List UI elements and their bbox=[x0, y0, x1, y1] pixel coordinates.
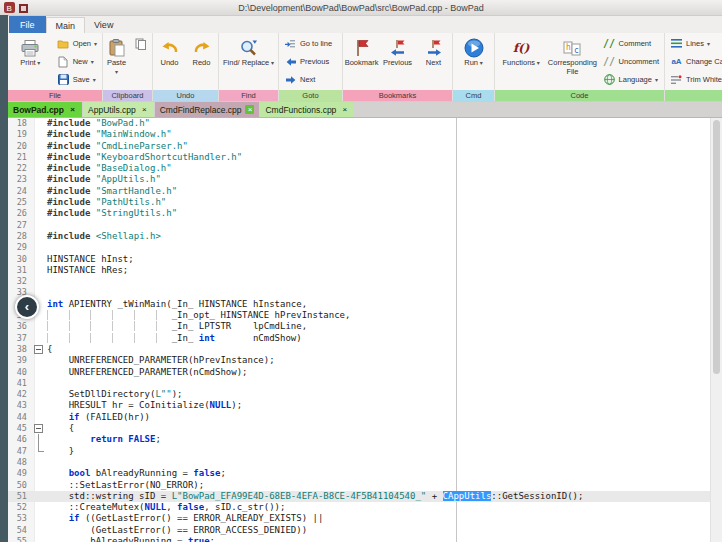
line-number[interactable]: 31 bbox=[8, 265, 31, 276]
code-line[interactable]: 26#include "StringUtils.h" bbox=[8, 208, 710, 219]
code-line[interactable]: 55 bAlreadyRunning = true; bbox=[8, 536, 710, 542]
line-number[interactable]: 20 bbox=[8, 141, 31, 152]
line-number[interactable]: 28 bbox=[8, 231, 31, 242]
code-line[interactable]: 23#include "AppUtils.h" bbox=[8, 174, 710, 185]
code-line[interactable]: 25#include "PathUtils.h" bbox=[8, 197, 710, 208]
line-number[interactable]: 41 bbox=[8, 378, 31, 389]
language-button[interactable]: Language▾ bbox=[599, 71, 663, 88]
line-number[interactable]: 27 bbox=[8, 220, 31, 231]
line-number[interactable]: 24 bbox=[8, 186, 31, 197]
line-number[interactable]: 49 bbox=[8, 468, 31, 479]
file-tab-cmdfunctions-cpp[interactable]: CmdFunctions.cpp× bbox=[260, 102, 354, 117]
line-number[interactable]: 46 bbox=[8, 434, 31, 445]
print-button[interactable]: Print ▾ bbox=[9, 34, 52, 90]
code-line[interactable]: 43 HRESULT hr = CoInitialize(NULL); bbox=[8, 400, 710, 411]
copy-button[interactable] bbox=[130, 35, 151, 52]
line-number[interactable]: 37 bbox=[8, 333, 31, 344]
open-button[interactable]: Open▾ bbox=[53, 35, 101, 52]
code-line[interactable]: 36 _In_ LPTSTR lpCmdLine, bbox=[8, 321, 710, 332]
fold-collapse-icon[interactable] bbox=[34, 424, 43, 433]
code-line[interactable]: 44 if (FAILED(hr)) bbox=[8, 412, 710, 423]
code-line[interactable]: 40 UNREFERENCED_PARAMETER(nCmdShow); bbox=[8, 367, 710, 378]
line-number[interactable]: 45 bbox=[8, 423, 31, 434]
scrollbar-thumb[interactable] bbox=[713, 120, 720, 374]
tab-view[interactable]: View bbox=[85, 17, 122, 33]
line-number[interactable]: 39 bbox=[8, 355, 31, 366]
close-tab-icon[interactable]: × bbox=[68, 105, 77, 114]
line-number[interactable]: 36 bbox=[8, 321, 31, 332]
functions-button[interactable]: f()Functions ▾ bbox=[496, 34, 546, 90]
quick-access-icon[interactable] bbox=[19, 0, 28, 17]
trim-white-button[interactable]: Trim White bbox=[666, 71, 722, 88]
code-line[interactable]: 48 bbox=[8, 457, 710, 468]
lines-button[interactable]: Lines▾ bbox=[666, 35, 722, 52]
line-number[interactable]: 23 bbox=[8, 174, 31, 185]
file-tab-cmdfindreplace-cpp[interactable]: CmdFindReplace.cpp× bbox=[155, 102, 260, 117]
line-number[interactable]: 29 bbox=[8, 242, 31, 253]
code-line[interactable]: 21#include "KeyboardShortcutHandler.h" bbox=[8, 152, 710, 163]
line-number[interactable]: 38 bbox=[8, 344, 31, 355]
go-to-line-button[interactable]: Go to line bbox=[280, 35, 336, 52]
next-button[interactable]: Next bbox=[280, 71, 336, 88]
line-number[interactable]: 55 bbox=[8, 536, 31, 542]
code-line[interactable]: 30HINSTANCE hInst; bbox=[8, 254, 710, 265]
code-line[interactable]: 24#include "SmartHandle.h" bbox=[8, 186, 710, 197]
code-line[interactable]: 22#include "BaseDialog.h" bbox=[8, 163, 710, 174]
line-number[interactable]: 19 bbox=[8, 129, 31, 140]
line-number[interactable]: 22 bbox=[8, 163, 31, 174]
line-number[interactable]: 48 bbox=[8, 457, 31, 468]
line-number[interactable]: 44 bbox=[8, 412, 31, 423]
bookmark-button[interactable]: Bookmark bbox=[344, 34, 379, 90]
line-number[interactable]: 43 bbox=[8, 400, 31, 411]
code-line[interactable]: 31HINSTANCE hRes; bbox=[8, 265, 710, 276]
line-number[interactable]: 54 bbox=[8, 525, 31, 536]
fold-collapse-icon[interactable] bbox=[34, 345, 43, 354]
code-line[interactable]: 33 bbox=[8, 287, 710, 298]
code-line[interactable]: 51 std::wstring sID = L"BowPad_EFA99E4D-… bbox=[8, 491, 710, 502]
line-number[interactable]: 18 bbox=[8, 118, 31, 129]
code-line[interactable]: 42 SetDllDirectory(L""); bbox=[8, 389, 710, 400]
file-tree-toggle-button[interactable]: ‹ bbox=[15, 295, 39, 319]
close-tab-icon[interactable]: × bbox=[245, 105, 254, 114]
fold-margin-cell[interactable] bbox=[31, 423, 47, 434]
code-editor[interactable]: 18#include "BowPad.h"19#include "MainWin… bbox=[8, 118, 722, 542]
previous-button[interactable]: Previous bbox=[380, 34, 415, 90]
find-replace-button[interactable]: Find/ Replace ▾ bbox=[220, 34, 277, 90]
line-number[interactable]: 47 bbox=[8, 446, 31, 457]
run-button[interactable]: Run ▾ bbox=[454, 34, 493, 90]
line-number[interactable]: 25 bbox=[8, 197, 31, 208]
code-line[interactable]: 50 ::SetLastError(NO_ERROR); bbox=[8, 480, 710, 491]
fold-margin-cell[interactable] bbox=[31, 344, 47, 355]
code-line[interactable]: 38{ bbox=[8, 344, 710, 355]
line-number[interactable]: 32 bbox=[8, 276, 31, 287]
line-number[interactable]: 26 bbox=[8, 208, 31, 219]
file-tab-apputils-cpp[interactable]: AppUtils.cpp× bbox=[83, 102, 154, 117]
line-number[interactable]: 40 bbox=[8, 367, 31, 378]
code-line[interactable]: 53 if ((GetLastError() == ERROR_ALREADY_… bbox=[8, 513, 710, 524]
line-number[interactable]: 50 bbox=[8, 480, 31, 491]
undo-button[interactable]: Undo bbox=[154, 34, 185, 90]
code-line[interactable]: 46 return FALSE; bbox=[8, 434, 710, 445]
code-line[interactable]: 18#include "BowPad.h" bbox=[8, 118, 710, 129]
file-menu-button[interactable]: File bbox=[9, 16, 46, 33]
line-number[interactable]: 53 bbox=[8, 513, 31, 524]
line-number[interactable]: 42 bbox=[8, 389, 31, 400]
next-button[interactable]: Next bbox=[416, 34, 451, 90]
vertical-scrollbar[interactable] bbox=[710, 118, 722, 542]
new-button[interactable]: New▾ bbox=[53, 53, 101, 70]
line-number[interactable]: 51 bbox=[8, 491, 31, 502]
save-button[interactable]: Save▾ bbox=[53, 71, 101, 88]
code-area[interactable]: 18#include "BowPad.h"19#include "MainWin… bbox=[8, 118, 710, 542]
code-line[interactable]: 47 } bbox=[8, 446, 710, 457]
code-line[interactable]: 49 bool bAlreadyRunning = false; bbox=[8, 468, 710, 479]
change-ca-button[interactable]: aAChange Ca▾ bbox=[666, 53, 722, 70]
code-line[interactable]: 39 UNREFERENCED_PARAMETER(hPrevInstance)… bbox=[8, 355, 710, 366]
code-line[interactable]: 28#include <Shellapi.h> bbox=[8, 231, 710, 242]
code-line[interactable]: 41 bbox=[8, 378, 710, 389]
tab-main[interactable]: Main bbox=[46, 17, 86, 33]
code-line[interactable]: 52 ::CreateMutex(NULL, false, sID.c_str(… bbox=[8, 502, 710, 513]
file-tab-bowpad-cpp[interactable]: BowPad.cpp× bbox=[8, 102, 82, 117]
close-tab-icon[interactable]: × bbox=[340, 105, 349, 114]
redo-button[interactable]: Redo bbox=[186, 34, 217, 90]
code-line[interactable]: 32 bbox=[8, 276, 710, 287]
